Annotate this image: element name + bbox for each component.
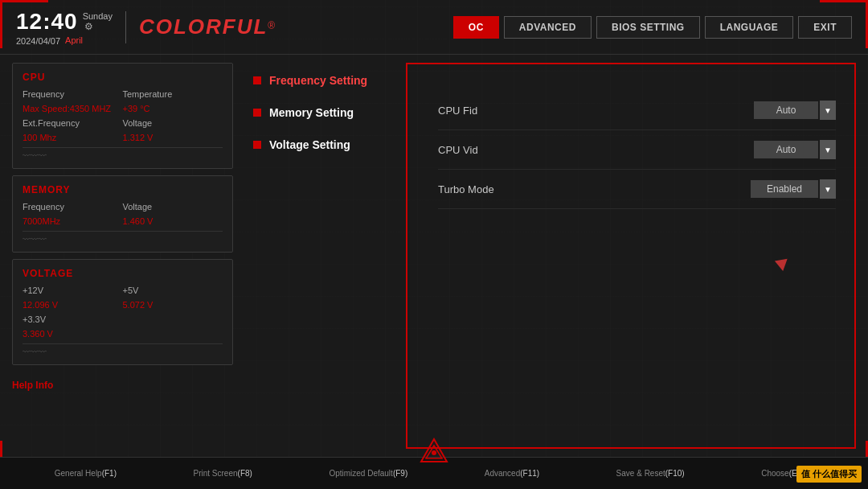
cpu-vid-value: Auto <box>754 141 818 158</box>
nav-exit-button[interactable]: EXIT <box>798 16 852 39</box>
menu-item-voltage[interactable]: Voltage Setting <box>253 135 398 154</box>
v5-value: 5.072 V <box>123 300 223 310</box>
triangle-logo <box>420 438 448 466</box>
middle-menu-panel: Frequency Setting Memory Setting Voltage… <box>245 55 406 457</box>
month-label: April <box>65 35 83 45</box>
watermark: 值 什么值得买 <box>796 466 862 483</box>
setting-row-turbo-mode: Turbo Mode Enabled ▼ <box>438 170 836 209</box>
mem-voltage-value: 1.460 V <box>123 216 223 226</box>
menu-label-voltage: Voltage Setting <box>269 138 350 151</box>
menu-dot-voltage <box>253 141 261 149</box>
main-content: CPU Frequency Temperature Max Speed:4350… <box>0 55 868 457</box>
cpu-card-title: CPU <box>23 72 223 83</box>
cpu-temp-label: Temperature <box>123 89 223 99</box>
memory-card-title: MEMORY <box>23 184 223 195</box>
cpu-voltage-value: 1.312 V <box>123 133 223 142</box>
key-advanced: Advanced(F11) <box>485 469 539 478</box>
nav-buttons: OC ADVANCED BIOS SETTING LANGUAGE EXIT <box>453 16 852 39</box>
day-label: Sunday <box>83 11 113 21</box>
v5-label: +5V <box>123 286 223 295</box>
clock-time: 12:40 <box>16 9 78 35</box>
cpu-temp-value: +39 °C <box>123 104 223 113</box>
nav-language-button[interactable]: LANGUAGE <box>705 16 794 39</box>
nav-bios-setting-button[interactable]: BIOS SETTING <box>596 16 700 39</box>
brand-name: COLORFUL <box>139 14 268 39</box>
mem-freq-label: Frequency <box>23 202 123 212</box>
right-frame-left <box>406 63 407 449</box>
v33-value: 3.360 V <box>23 329 123 339</box>
nav-advanced-button[interactable]: ADVANCED <box>504 16 592 39</box>
cpu-fid-value: Auto <box>754 101 818 119</box>
cpu-vid-arrow[interactable]: ▼ <box>820 140 836 159</box>
datetime: 12:40 Sunday ⚙ 2024/04/07 April <box>16 9 113 46</box>
cpu-freq-value: Max Speed:4350 MHZ <box>23 104 123 113</box>
brand-logo: COLORFUL® <box>139 14 275 39</box>
menu-label-memory: Memory Setting <box>269 106 354 119</box>
turbo-mode-label: Turbo Mode <box>438 183 751 195</box>
key-optimized-default: Optimized Default(F9) <box>329 469 407 478</box>
settings-content: CPU Fid Auto ▼ CPU Vid Auto ▼ Turbo Mode… <box>422 67 852 225</box>
wave-icon-mem: 〰〰〰 <box>23 235 47 244</box>
frame-top-mid <box>454 63 808 64</box>
turbo-mode-control: Enabled ▼ <box>751 179 836 199</box>
mouse-cursor <box>775 259 789 273</box>
right-frame-tl <box>406 63 454 64</box>
header: 12:40 Sunday ⚙ 2024/04/07 April COLORFUL… <box>0 0 868 55</box>
key-print-screen: Print Screen(F8) <box>194 469 252 478</box>
cpu-freq-label: Frequency <box>23 89 123 99</box>
v33-label: +3.3V <box>23 314 123 324</box>
date-label: 2024/04/07 <box>16 36 60 46</box>
cpu-vid-control: Auto ▼ <box>754 140 836 159</box>
header-separator <box>125 11 126 43</box>
frame-bottom-mid <box>454 447 808 449</box>
bottom-bar: General Help(F1) Print Screen(F8) Optimi… <box>0 457 868 489</box>
right-frame-br <box>808 447 856 449</box>
voltage-card: VOLTAGE +12V +5V 12.096 V 5.072 V +3.3V … <box>12 259 233 365</box>
menu-label-frequency: Frequency Setting <box>269 74 367 87</box>
cpu-fid-arrow[interactable]: ▼ <box>820 101 836 120</box>
right-frame-tr <box>808 63 856 64</box>
mem-freq-value: 7000MHz <box>23 216 123 226</box>
cpu-fid-control: Auto ▼ <box>754 101 836 120</box>
menu-dot-memory <box>253 109 261 117</box>
key-general-help: General Help(F1) <box>55 469 117 478</box>
turbo-mode-arrow[interactable]: ▼ <box>820 179 836 199</box>
nav-oc-button[interactable]: OC <box>453 16 499 39</box>
turbo-mode-value: Enabled <box>751 180 818 198</box>
right-frame-right <box>854 63 856 449</box>
cpu-card: CPU Frequency Temperature Max Speed:4350… <box>12 63 233 169</box>
wave-icon-volt: 〰〰〰 <box>23 347 47 356</box>
cpu-ext-freq-label: Ext.Frequency <box>23 118 123 128</box>
setting-row-cpu-vid: CPU Vid Auto ▼ <box>438 130 836 170</box>
menu-item-memory[interactable]: Memory Setting <box>253 103 398 122</box>
menu-item-frequency[interactable]: Frequency Setting <box>253 71 398 90</box>
right-settings-panel: CPU Fid Auto ▼ CPU Vid Auto ▼ Turbo Mode… <box>406 55 868 457</box>
mem-voltage-label: Voltage <box>123 202 223 212</box>
brand-trademark: ® <box>268 20 275 31</box>
left-panel: CPU Frequency Temperature Max Speed:4350… <box>0 55 245 457</box>
cpu-fid-label: CPU Fid <box>438 105 754 117</box>
gear-icon: ⚙ <box>84 21 113 32</box>
wave-icon: 〰〰〰 <box>23 151 47 160</box>
key-save-reset: Save & Reset(F10) <box>616 469 685 478</box>
cpu-ext-freq-value: 100 Mhz <box>23 133 123 142</box>
v12-label: +12V <box>23 286 123 295</box>
menu-dot-frequency <box>253 76 261 84</box>
help-info: Help Info <box>12 375 233 396</box>
v12-value: 12.096 V <box>23 300 123 310</box>
svg-point-2 <box>432 450 436 455</box>
voltage-card-title: VOLTAGE <box>23 268 223 279</box>
setting-row-cpu-fid: CPU Fid Auto ▼ <box>438 91 836 130</box>
cpu-vid-label: CPU Vid <box>438 144 754 156</box>
memory-card: MEMORY Frequency Voltage 7000MHz 1.460 V… <box>12 175 233 253</box>
cpu-voltage-label: Voltage <box>123 118 223 128</box>
